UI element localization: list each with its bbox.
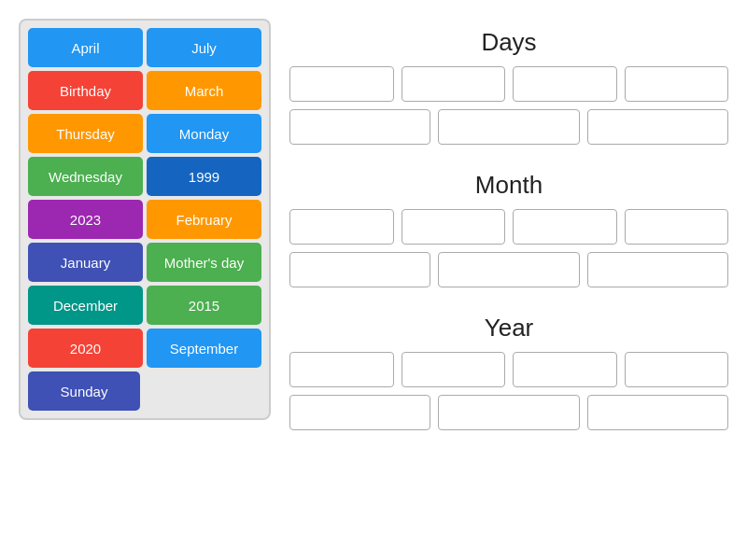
chip-wednesday[interactable]: Wednesday xyxy=(28,157,143,196)
chip-thursday[interactable]: Thursday xyxy=(28,114,143,153)
section-days-dropzone-r2-2[interactable] xyxy=(587,109,728,145)
chip-2020[interactable]: 2020 xyxy=(28,329,143,368)
section-month-dropzone-r1-0[interactable] xyxy=(289,209,394,245)
section-year-title: Year xyxy=(289,314,728,343)
right-panel: DaysMonthYear xyxy=(289,19,728,541)
word-bank: AprilJulyBirthdayMarchThursdayMondayWedn… xyxy=(19,19,271,420)
section-days-dropzone-r1-3[interactable] xyxy=(625,66,729,102)
chip-1999[interactable]: 1999 xyxy=(147,157,261,196)
section-month-row1 xyxy=(289,209,728,245)
section-year-row1 xyxy=(289,352,728,387)
section-year: Year xyxy=(289,314,728,438)
section-month-dropzone-r2-0[interactable] xyxy=(289,252,430,287)
main-container: AprilJulyBirthdayMarchThursdayMondayWedn… xyxy=(0,0,747,560)
section-days-row2 xyxy=(289,109,728,145)
chip-december[interactable]: December xyxy=(28,286,143,325)
chip-april[interactable]: April xyxy=(28,28,143,67)
section-month-dropzone-r1-2[interactable] xyxy=(513,209,617,245)
chip-september[interactable]: September xyxy=(147,329,261,368)
chip-sunday[interactable]: Sunday xyxy=(28,371,140,411)
section-month-dropzone-r2-2[interactable] xyxy=(587,252,728,287)
section-month-dropzone-r1-1[interactable] xyxy=(402,209,506,245)
chip-2015[interactable]: 2015 xyxy=(147,286,261,325)
section-year-dropzone-r2-1[interactable] xyxy=(438,395,579,430)
chip-february[interactable]: February xyxy=(147,200,261,239)
section-days-dropzone-r2-0[interactable] xyxy=(289,109,430,145)
section-days: Days xyxy=(289,28,728,152)
chip-july[interactable]: July xyxy=(147,28,261,67)
section-days-dropzone-r1-0[interactable] xyxy=(289,66,394,102)
section-year-dropzone-r1-0[interactable] xyxy=(289,352,394,387)
section-year-dropzone-r2-2[interactable] xyxy=(587,395,728,430)
chip-january[interactable]: January xyxy=(28,243,143,282)
chip-march[interactable]: March xyxy=(147,71,261,110)
chip-2023[interactable]: 2023 xyxy=(28,200,143,239)
section-year-dropzone-r1-3[interactable] xyxy=(625,352,729,387)
section-month: Month xyxy=(289,171,728,295)
section-month-title: Month xyxy=(289,171,728,200)
chip-mothersday[interactable]: Mother's day xyxy=(147,243,261,282)
section-month-dropzone-r2-1[interactable] xyxy=(438,252,579,287)
section-month-dropzone-r1-3[interactable] xyxy=(625,209,729,245)
section-days-dropzone-r1-2[interactable] xyxy=(513,66,617,102)
section-year-row2 xyxy=(289,395,728,430)
section-year-dropzone-r2-0[interactable] xyxy=(289,395,430,430)
section-year-dropzone-r1-2[interactable] xyxy=(513,352,617,387)
section-days-title: Days xyxy=(289,28,728,57)
section-days-dropzone-r2-1[interactable] xyxy=(438,109,579,145)
section-year-dropzone-r1-1[interactable] xyxy=(402,352,506,387)
chip-birthday[interactable]: Birthday xyxy=(28,71,143,110)
section-days-dropzone-r1-1[interactable] xyxy=(402,66,506,102)
chip-monday[interactable]: Monday xyxy=(147,114,261,153)
section-month-row2 xyxy=(289,252,728,287)
section-days-row1 xyxy=(289,66,728,102)
